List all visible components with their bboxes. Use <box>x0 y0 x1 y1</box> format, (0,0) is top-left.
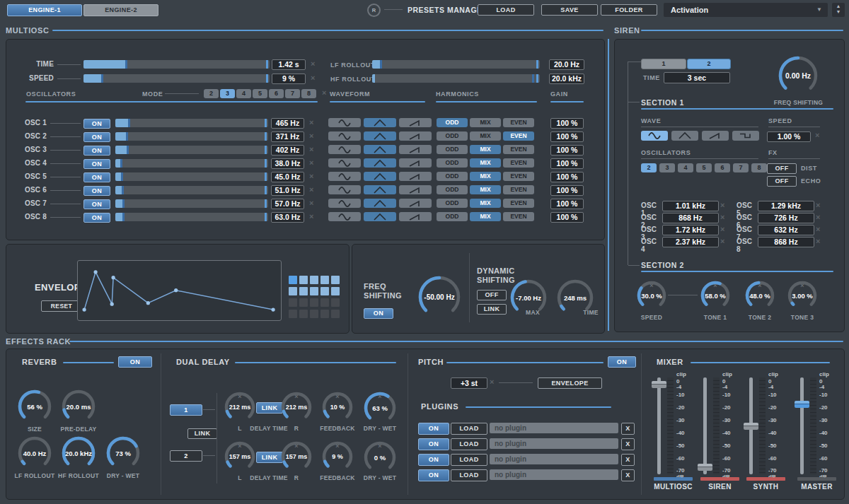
harmonic-even-button[interactable]: EVEN <box>503 185 534 194</box>
siren-osc-button-6[interactable]: 6 <box>715 163 730 172</box>
triangle-wave-button[interactable] <box>671 131 698 141</box>
sine-wave-button[interactable] <box>328 199 361 208</box>
siren-osc-value[interactable]: 1.01 kHz <box>662 201 719 211</box>
mixer-fader-handle[interactable] <box>744 423 758 430</box>
envelope-step-cell[interactable] <box>289 287 297 295</box>
harmonic-mix-button[interactable]: MIX <box>470 118 501 127</box>
siren-osc-reset-x[interactable]: × <box>720 225 724 233</box>
save-button[interactable]: SAVE <box>541 4 598 16</box>
harmonic-odd-button[interactable]: ODD <box>437 199 468 208</box>
pitch-on-button[interactable]: ON <box>608 356 636 368</box>
envelope-step-cell[interactable] <box>310 310 318 318</box>
delay-feedback-knob[interactable]: 10 %× <box>321 391 354 423</box>
knob-reset-x[interactable]: × <box>321 393 354 400</box>
siren-tone1-knob[interactable]: 58.0 %× <box>700 280 731 311</box>
mixer-fader-track[interactable] <box>703 377 707 474</box>
envelope-step-cell[interactable] <box>289 276 297 284</box>
envelope-reset-button[interactable]: RESET <box>41 300 82 312</box>
harmonic-mix-button[interactable]: MIX <box>470 199 501 208</box>
envelope-step-cell[interactable] <box>299 310 308 318</box>
pitch-value[interactable]: +3 st <box>451 377 487 389</box>
harmonic-mix-button[interactable]: MIX <box>470 145 501 154</box>
envelope-step-cell[interactable] <box>289 310 297 318</box>
square-wave-button[interactable] <box>732 131 759 141</box>
envelope-step-cell[interactable] <box>320 276 329 284</box>
dynamic-off-button[interactable]: OFF <box>477 290 507 300</box>
osc-gain-value[interactable]: 100 % <box>550 172 584 182</box>
osc-gain-value[interactable]: 100 % <box>550 118 584 129</box>
envelope-step-cell[interactable] <box>310 276 318 284</box>
envelope-step-cell[interactable] <box>331 298 340 307</box>
folder-button[interactable]: FOLDER <box>601 4 657 16</box>
osc-gain-value[interactable]: 100 % <box>550 158 584 169</box>
reverb-size-knob[interactable]: 56 % <box>17 389 52 424</box>
harmonic-odd-button[interactable]: ODD <box>437 158 468 168</box>
reverb-on-button[interactable]: ON <box>118 356 152 368</box>
sine-wave-button[interactable] <box>641 131 668 141</box>
knob-reset-x[interactable]: × <box>224 393 256 400</box>
envelope-step-cell[interactable] <box>310 298 318 307</box>
sine-wave-button[interactable] <box>328 185 361 194</box>
envelope-step-cell[interactable] <box>289 298 297 307</box>
sine-wave-button[interactable] <box>328 131 361 141</box>
siren-osc-reset-x[interactable]: × <box>816 213 820 221</box>
harmonic-mix-button[interactable]: MIX <box>470 212 501 221</box>
saw-wave-button[interactable] <box>399 199 432 208</box>
siren-osc-value[interactable]: 632 Hz <box>758 225 814 235</box>
siren-osc-button-3[interactable]: 3 <box>659 163 675 172</box>
dynamic-time-knob[interactable]: 248 ms <box>556 279 594 317</box>
preset-select[interactable]: Activation ▼ <box>664 3 828 17</box>
triangle-wave-button[interactable] <box>364 172 396 181</box>
dynamic-max-knob[interactable]: -7.00 Hz <box>509 279 548 317</box>
siren-tab-2[interactable]: 2 <box>687 59 731 69</box>
mixer-fader-track[interactable] <box>800 377 804 474</box>
delay-tap2-button[interactable]: 2 <box>170 450 202 462</box>
panel-scroll-divider[interactable] <box>608 39 609 331</box>
harmonic-mix-button[interactable]: MIX <box>470 172 501 181</box>
saw-wave-button[interactable] <box>702 131 729 141</box>
randomize-badge[interactable]: R <box>367 4 381 17</box>
harmonic-mix-button[interactable]: MIX <box>470 158 501 168</box>
delay-l-knob[interactable]: 212 ms× <box>224 391 256 423</box>
knob-reset-x[interactable]: × <box>700 282 731 289</box>
harmonic-odd-button[interactable]: ODD <box>437 131 468 141</box>
plugin-load-button[interactable]: LOAD <box>451 454 487 466</box>
knob-reset-x[interactable]: × <box>787 282 818 289</box>
siren-freq-shifting-knob[interactable]: 0.00 Hz <box>778 55 819 96</box>
plugin-remove-button[interactable]: X <box>621 454 635 466</box>
plugin-on-button[interactable]: ON <box>418 438 449 450</box>
reverb-drywet-knob[interactable]: 73 % <box>105 435 141 471</box>
triangle-wave-button[interactable] <box>364 212 396 221</box>
load-button[interactable]: LOAD <box>478 4 534 16</box>
triangle-wave-button[interactable] <box>364 118 396 127</box>
saw-wave-button[interactable] <box>399 158 432 168</box>
pitch-envelope-button[interactable]: ENVELOPE <box>538 377 602 389</box>
envelope-step-cell[interactable] <box>320 298 329 307</box>
delay-r-knob[interactable]: 212 ms× <box>280 391 313 423</box>
harmonic-even-button[interactable]: EVEN <box>503 199 534 208</box>
siren-tone2-knob[interactable]: 48.0 %× <box>744 280 775 311</box>
delay-link-button[interactable]: LINK <box>187 428 217 439</box>
siren-osc-reset-x[interactable]: × <box>720 237 724 245</box>
sine-wave-button[interactable] <box>328 172 361 181</box>
envelope-graph[interactable] <box>77 260 282 321</box>
knob-reset-x[interactable]: × <box>744 282 775 289</box>
siren-osc-value[interactable]: 868 Hz <box>662 213 719 223</box>
osc-gain-value[interactable]: 100 % <box>550 131 584 142</box>
delay-feedback-knob[interactable]: 9 %× <box>321 440 354 473</box>
siren-osc-button-7[interactable]: 7 <box>733 163 749 172</box>
siren-osc-button-5[interactable]: 5 <box>696 163 712 172</box>
siren-osc-button-2[interactable]: 2 <box>641 163 657 172</box>
harmonic-even-button[interactable]: EVEN <box>503 158 534 168</box>
siren-osc-reset-x[interactable]: × <box>816 237 820 245</box>
mixer-fader-track[interactable] <box>657 377 661 474</box>
reverb-lfrollout-knob[interactable]: 40.0 Hz <box>17 435 52 471</box>
siren-osc-value[interactable]: 2.37 kHz <box>662 237 719 247</box>
harmonic-odd-button[interactable]: ODD <box>437 118 468 127</box>
harmonic-mix-button[interactable]: MIX <box>470 131 501 141</box>
harmonic-even-button[interactable]: EVEN <box>503 212 534 221</box>
knob-reset-x[interactable]: × <box>224 443 256 450</box>
knob-reset-x[interactable]: × <box>321 443 354 450</box>
plugin-remove-button[interactable]: X <box>621 423 635 435</box>
envelope-step-cell[interactable] <box>320 287 329 295</box>
